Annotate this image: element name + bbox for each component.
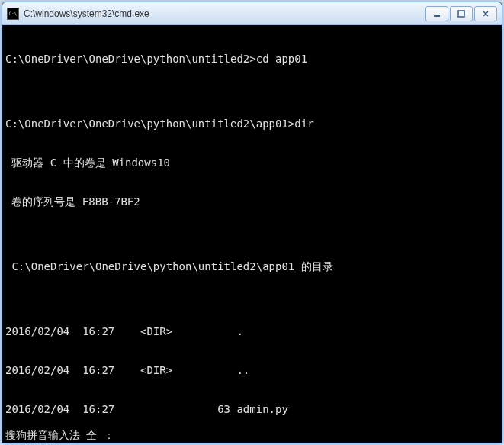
terminal-line: 2016/02/04 16:27 63 admin.py xyxy=(5,403,499,416)
window-title: C:\windows\system32\cmd.exe xyxy=(24,8,425,19)
minimize-icon xyxy=(433,10,441,18)
terminal-output[interactable]: C:\OneDriver\OneDrive\python\untitled2>c… xyxy=(2,25,502,443)
ime-status-text: 搜狗拼音输入法 全 ： xyxy=(5,429,114,442)
svg-rect-1 xyxy=(458,11,464,17)
maximize-icon xyxy=(457,10,465,18)
system-menu-icon[interactable] xyxy=(7,8,19,20)
title-bar[interactable]: C:\windows\system32\cmd.exe xyxy=(2,2,502,25)
terminal-line: 卷的序列号是 F8BB-7BF2 xyxy=(5,195,499,208)
terminal-line: C:\OneDriver\OneDrive\python\untitled2>c… xyxy=(5,53,499,66)
terminal-line: C:\OneDriver\OneDrive\python\untitled2\a… xyxy=(5,260,499,273)
terminal-line: 2016/02/04 16:27 <DIR> . xyxy=(5,325,499,338)
maximize-button[interactable] xyxy=(450,6,473,21)
minimize-button[interactable] xyxy=(425,6,448,21)
close-button[interactable] xyxy=(474,6,497,21)
close-icon xyxy=(482,10,490,18)
window-controls xyxy=(425,6,497,21)
ime-status-bar: 搜狗拼音输入法 全 ： xyxy=(2,427,502,443)
terminal-line: 驱动器 C 中的卷是 Windows10 xyxy=(5,156,499,169)
cmd-window: C:\windows\system32\cmd.exe C:\OneDriver… xyxy=(2,2,502,443)
svg-rect-0 xyxy=(434,15,440,17)
terminal-line: 2016/02/04 16:27 <DIR> .. xyxy=(5,364,499,377)
terminal-line: C:\OneDriver\OneDrive\python\untitled2\a… xyxy=(5,118,499,131)
